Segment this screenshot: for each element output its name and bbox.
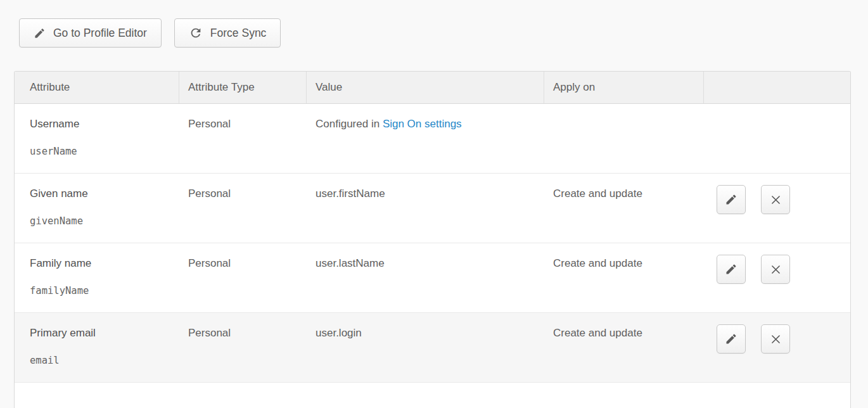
force-sync-label: Force Sync [210, 27, 267, 40]
column-header-value: Value [307, 72, 544, 103]
pencil-icon [34, 27, 46, 39]
apply-on-cell: Create and update [544, 174, 704, 243]
actions-cell [704, 313, 852, 382]
apply-on-cell: Create and update [544, 243, 704, 312]
delete-attribute-button[interactable] [761, 324, 790, 354]
go-to-profile-editor-button[interactable]: Go to Profile Editor [19, 18, 162, 48]
value-cell: user.firstName [307, 174, 544, 243]
attribute-type-cell: Personal [179, 243, 307, 312]
attribute-cell: Primary email email [15, 313, 179, 382]
column-header-actions [704, 72, 852, 103]
table-row: Primary email email Personal user.login … [15, 313, 850, 383]
x-icon [770, 264, 782, 276]
pencil-icon [725, 263, 737, 276]
value-cell: user.lastName [307, 243, 544, 312]
attribute-label: Username [30, 117, 170, 131]
table-row: Username userName Personal Configured in… [15, 104, 850, 174]
toolbar: Go to Profile Editor Force Sync [19, 18, 281, 48]
column-header-attribute: Attribute [15, 72, 179, 103]
x-icon [770, 333, 782, 345]
table-row [15, 383, 850, 408]
edit-attribute-button[interactable] [717, 255, 746, 284]
value-cell: user.login [307, 313, 544, 382]
actions-cell [704, 243, 852, 312]
actions-cell [704, 104, 852, 173]
apply-on-cell: Create and update [544, 313, 704, 382]
attribute-mapping-table: Attribute Attribute Type Value Apply on … [14, 71, 851, 408]
column-header-attribute-type: Attribute Type [179, 72, 307, 103]
attribute-label: Primary email [30, 326, 170, 340]
attribute-cell: Username userName [15, 104, 179, 173]
x-icon [770, 194, 782, 206]
column-header-apply-on: Apply on [544, 72, 704, 103]
attribute-type-cell: Personal [179, 313, 307, 382]
pencil-icon [725, 333, 737, 345]
table-row: Given name givenName Personal user.first… [15, 174, 850, 243]
attribute-type-cell: Personal [179, 174, 307, 243]
edit-attribute-button[interactable] [717, 324, 746, 354]
attribute-variable: userName [30, 146, 170, 158]
value-prefix: Configured in [316, 118, 380, 130]
refresh-icon [189, 26, 203, 40]
attribute-cell: Family name familyName [15, 243, 179, 312]
apply-on-cell [544, 104, 704, 173]
attribute-variable: familyName [30, 285, 170, 297]
value-cell: Configured inSign On settings [307, 104, 544, 173]
delete-attribute-button[interactable] [761, 255, 790, 284]
attribute-label: Family name [30, 257, 170, 270]
attribute-variable: email [30, 355, 170, 367]
table-row: Family name familyName Personal user.las… [15, 243, 850, 313]
table-header-row: Attribute Attribute Type Value Apply on [15, 72, 850, 104]
delete-attribute-button[interactable] [761, 185, 790, 214]
attribute-variable: givenName [30, 215, 170, 227]
sign-on-settings-link[interactable]: Sign On settings [383, 118, 462, 130]
force-sync-button[interactable]: Force Sync [174, 18, 281, 48]
actions-cell [704, 174, 852, 243]
go-to-profile-editor-label: Go to Profile Editor [53, 27, 147, 40]
edit-attribute-button[interactable] [717, 185, 746, 214]
attribute-type-cell: Personal [179, 104, 307, 173]
attribute-label: Given name [30, 187, 170, 200]
pencil-icon [725, 193, 737, 206]
attribute-cell: Given name givenName [15, 174, 179, 243]
